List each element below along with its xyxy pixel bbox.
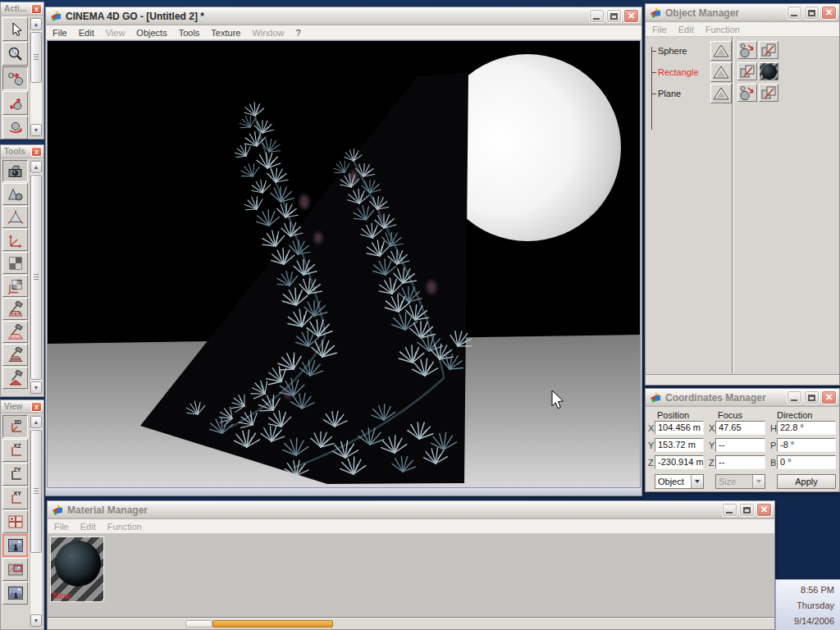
- expand-triangle-button[interactable]: [710, 41, 732, 61]
- scroll-down-icon[interactable]: ▼: [30, 381, 42, 394]
- tools-palette-titlebar[interactable]: Tools x: [1, 145, 43, 158]
- point-edit-tool-button[interactable]: [2, 367, 28, 389]
- menu-help[interactable]: ?: [296, 28, 301, 38]
- view-quad-button[interactable]: [2, 510, 28, 533]
- scrollbar-segment[interactable]: [185, 620, 212, 628]
- menu-view[interactable]: View: [106, 28, 126, 38]
- maximize-button[interactable]: [606, 9, 622, 23]
- focus-z-field[interactable]: --: [715, 455, 765, 469]
- view-palette-scrollbar[interactable]: ▲ ▼: [30, 415, 43, 628]
- object-row-plane[interactable]: Plane: [646, 83, 681, 104]
- axes-tool-button[interactable]: [2, 229, 28, 251]
- texture-tool-button[interactable]: [2, 252, 28, 274]
- magnify-tool-button[interactable]: [2, 42, 28, 66]
- menu-edit[interactable]: Edit: [80, 522, 96, 532]
- scrollbar-thumb[interactable]: [30, 175, 42, 380]
- object-name[interactable]: Plane: [658, 89, 681, 98]
- mode-dropdown[interactable]: Object: [655, 474, 704, 489]
- object-manager-titlebar[interactable]: Object Manager ✕: [646, 4, 839, 22]
- material-icon[interactable]: [759, 62, 778, 80]
- menu-window[interactable]: Window: [252, 28, 284, 38]
- menu-file[interactable]: File: [52, 28, 67, 38]
- menu-file[interactable]: File: [54, 522, 69, 532]
- maximize-button[interactable]: [739, 503, 755, 517]
- close-button[interactable]: ✕: [756, 503, 772, 517]
- texture-tag-icon[interactable]: [737, 62, 757, 80]
- render-region-button[interactable]: [2, 558, 28, 581]
- position-x-field[interactable]: 104.456 m: [655, 421, 704, 435]
- magnet-tool-button[interactable]: [2, 298, 28, 320]
- close-button[interactable]: ✕: [821, 6, 837, 20]
- focus-x-field[interactable]: 47.65: [715, 421, 765, 435]
- material-scrollbar[interactable]: [48, 618, 774, 629]
- focus-y-field[interactable]: --: [715, 438, 765, 452]
- rotate-tool-button[interactable]: [2, 116, 28, 139]
- active-palette-scrollbar[interactable]: ▲ ▼: [30, 17, 43, 137]
- object-row-rectangle[interactable]: Rectangle: [646, 62, 699, 83]
- pointer-tool-button[interactable]: [2, 17, 28, 41]
- object-name[interactable]: Rectangle: [658, 67, 699, 77]
- pane-divider[interactable]: [732, 37, 733, 373]
- object-name[interactable]: Sphere: [658, 46, 687, 56]
- close-icon[interactable]: x: [31, 4, 42, 14]
- direction-b-field[interactable]: 0 °: [777, 455, 836, 469]
- dropdown-arrow-icon[interactable]: [691, 475, 703, 488]
- plane-edit-tool-button[interactable]: [2, 321, 28, 343]
- scroll-down-icon[interactable]: ▼: [30, 614, 42, 627]
- viewport-3d[interactable]: [47, 40, 641, 488]
- texture-tag-icon[interactable]: [759, 41, 778, 59]
- texture-axes-tool-button[interactable]: [2, 275, 28, 297]
- menu-tools[interactable]: Tools: [179, 28, 200, 38]
- close-icon[interactable]: x: [31, 402, 42, 412]
- scrollbar-thumb[interactable]: [30, 32, 42, 83]
- menu-edit[interactable]: Edit: [79, 28, 94, 38]
- object-tool-button[interactable]: [2, 183, 28, 205]
- render-view-button[interactable]: [2, 534, 28, 557]
- minimize-button[interactable]: [787, 390, 802, 404]
- minimize-button[interactable]: [589, 9, 605, 23]
- position-z-field[interactable]: -230.914 m: [655, 455, 704, 469]
- close-icon[interactable]: x: [31, 147, 42, 157]
- active-tool-palette-titlebar[interactable]: Acti... x: [1, 2, 43, 16]
- minimize-button[interactable]: [787, 6, 802, 20]
- sphere-link-icon[interactable]: [737, 84, 757, 102]
- view-zy-button[interactable]: ZY: [2, 463, 28, 486]
- view-xz-button[interactable]: XZ: [2, 439, 28, 462]
- scroll-up-icon[interactable]: ▲: [30, 18, 42, 30]
- close-button[interactable]: ✕: [623, 9, 639, 23]
- scale-tool-button[interactable]: [2, 91, 28, 115]
- menu-objects[interactable]: Objects: [136, 28, 167, 38]
- camera-tool-button[interactable]: [2, 160, 28, 182]
- sphere-link-icon[interactable]: [737, 41, 757, 59]
- menu-function[interactable]: Function: [107, 522, 142, 532]
- expand-triangle-button[interactable]: [710, 84, 732, 103]
- scale-axes-tool-button[interactable]: [2, 206, 28, 228]
- polygon-edit-tool-button[interactable]: [2, 344, 28, 366]
- main-titlebar[interactable]: CINEMA 4D GO - [Untitled 2] * ✕: [46, 7, 641, 25]
- view-3d-button[interactable]: 3D: [2, 415, 28, 438]
- scroll-up-icon[interactable]: ▲: [30, 416, 42, 428]
- material-manager-titlebar[interactable]: Material Manager ✕: [48, 501, 774, 519]
- maximize-button[interactable]: [804, 6, 819, 20]
- tools-palette-scrollbar[interactable]: ▲ ▼: [30, 160, 43, 395]
- scroll-down-icon[interactable]: ▼: [30, 124, 42, 136]
- direction-p-field[interactable]: -8 °: [777, 438, 836, 452]
- scrollbar-thumb[interactable]: [30, 430, 42, 553]
- object-row-sphere[interactable]: Sphere: [646, 40, 687, 62]
- scrollbar-thumb[interactable]: [212, 620, 333, 628]
- menu-edit[interactable]: Edit: [678, 25, 694, 34]
- menu-texture[interactable]: Texture: [211, 28, 240, 38]
- render-picture-button[interactable]: [2, 582, 28, 605]
- maximize-button[interactable]: [804, 390, 819, 404]
- move-tool-button[interactable]: [2, 66, 28, 90]
- expand-triangle-button[interactable]: [710, 62, 732, 82]
- apply-button[interactable]: Apply: [777, 474, 836, 489]
- close-button[interactable]: ✕: [821, 390, 837, 404]
- texture-tag-icon[interactable]: [759, 84, 778, 102]
- material-thumbnail[interactable]: New: [50, 536, 104, 602]
- position-y-field[interactable]: 153.72 m: [655, 438, 704, 452]
- coordinates-manager-titlebar[interactable]: Coordinates Manager ✕: [646, 389, 839, 407]
- menu-function[interactable]: Function: [705, 25, 740, 34]
- scroll-up-icon[interactable]: ▲: [30, 161, 42, 173]
- view-palette-titlebar[interactable]: View x: [1, 400, 43, 413]
